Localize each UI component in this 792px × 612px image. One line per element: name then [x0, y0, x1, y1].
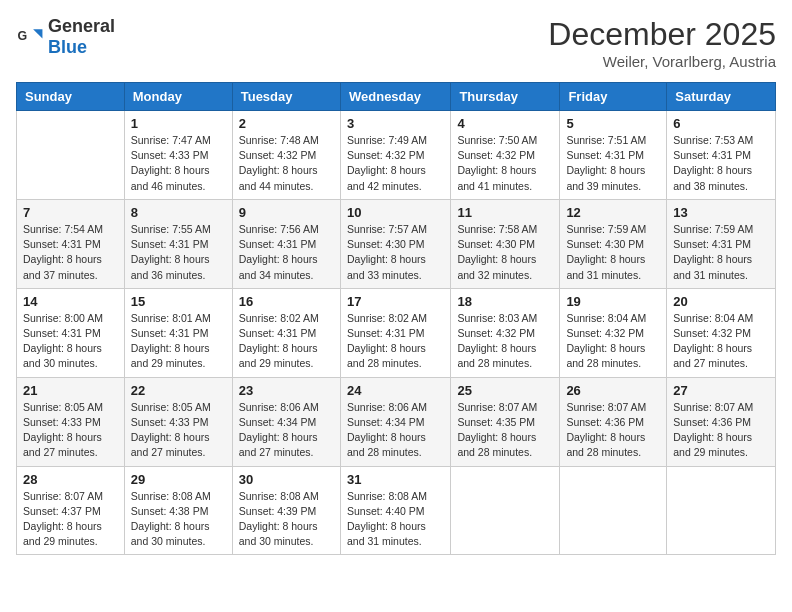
calendar-cell: [667, 466, 776, 555]
day-info: Sunrise: 8:07 AM Sunset: 4:36 PM Dayligh…: [566, 400, 660, 461]
header: G General Blue December 2025 Weiler, Vor…: [16, 16, 776, 70]
day-number: 24: [347, 383, 444, 398]
day-number: 2: [239, 116, 334, 131]
calendar-cell: 18Sunrise: 8:03 AM Sunset: 4:32 PM Dayli…: [451, 288, 560, 377]
calendar-cell: 8Sunrise: 7:55 AM Sunset: 4:31 PM Daylig…: [124, 199, 232, 288]
day-info: Sunrise: 8:08 AM Sunset: 4:39 PM Dayligh…: [239, 489, 334, 550]
day-info: Sunrise: 7:50 AM Sunset: 4:32 PM Dayligh…: [457, 133, 553, 194]
calendar-cell: 23Sunrise: 8:06 AM Sunset: 4:34 PM Dayli…: [232, 377, 340, 466]
day-number: 5: [566, 116, 660, 131]
calendar-cell: 21Sunrise: 8:05 AM Sunset: 4:33 PM Dayli…: [17, 377, 125, 466]
calendar-cell: [560, 466, 667, 555]
calendar-cell: 10Sunrise: 7:57 AM Sunset: 4:30 PM Dayli…: [340, 199, 450, 288]
day-info: Sunrise: 7:54 AM Sunset: 4:31 PM Dayligh…: [23, 222, 118, 283]
day-number: 11: [457, 205, 553, 220]
calendar-cell: 6Sunrise: 7:53 AM Sunset: 4:31 PM Daylig…: [667, 111, 776, 200]
day-of-week-header: Saturday: [667, 83, 776, 111]
day-number: 28: [23, 472, 118, 487]
day-of-week-header: Friday: [560, 83, 667, 111]
calendar-cell: 24Sunrise: 8:06 AM Sunset: 4:34 PM Dayli…: [340, 377, 450, 466]
calendar-body: 1Sunrise: 7:47 AM Sunset: 4:33 PM Daylig…: [17, 111, 776, 555]
day-number: 21: [23, 383, 118, 398]
day-info: Sunrise: 7:56 AM Sunset: 4:31 PM Dayligh…: [239, 222, 334, 283]
month-title: December 2025: [548, 16, 776, 53]
calendar-cell: 15Sunrise: 8:01 AM Sunset: 4:31 PM Dayli…: [124, 288, 232, 377]
day-info: Sunrise: 8:05 AM Sunset: 4:33 PM Dayligh…: [131, 400, 226, 461]
day-info: Sunrise: 7:53 AM Sunset: 4:31 PM Dayligh…: [673, 133, 769, 194]
day-info: Sunrise: 7:59 AM Sunset: 4:31 PM Dayligh…: [673, 222, 769, 283]
day-info: Sunrise: 8:06 AM Sunset: 4:34 PM Dayligh…: [347, 400, 444, 461]
day-number: 23: [239, 383, 334, 398]
day-number: 7: [23, 205, 118, 220]
day-info: Sunrise: 8:03 AM Sunset: 4:32 PM Dayligh…: [457, 311, 553, 372]
day-info: Sunrise: 8:08 AM Sunset: 4:38 PM Dayligh…: [131, 489, 226, 550]
day-number: 26: [566, 383, 660, 398]
day-number: 10: [347, 205, 444, 220]
calendar-cell: 26Sunrise: 8:07 AM Sunset: 4:36 PM Dayli…: [560, 377, 667, 466]
svg-text:G: G: [18, 29, 28, 43]
day-number: 19: [566, 294, 660, 309]
day-of-week-header: Monday: [124, 83, 232, 111]
day-number: 15: [131, 294, 226, 309]
day-number: 31: [347, 472, 444, 487]
calendar-cell: 30Sunrise: 8:08 AM Sunset: 4:39 PM Dayli…: [232, 466, 340, 555]
day-info: Sunrise: 8:02 AM Sunset: 4:31 PM Dayligh…: [239, 311, 334, 372]
location-title: Weiler, Vorarlberg, Austria: [548, 53, 776, 70]
day-number: 9: [239, 205, 334, 220]
day-info: Sunrise: 7:49 AM Sunset: 4:32 PM Dayligh…: [347, 133, 444, 194]
calendar-cell: 7Sunrise: 7:54 AM Sunset: 4:31 PM Daylig…: [17, 199, 125, 288]
day-info: Sunrise: 8:07 AM Sunset: 4:35 PM Dayligh…: [457, 400, 553, 461]
day-number: 4: [457, 116, 553, 131]
calendar-cell: 16Sunrise: 8:02 AM Sunset: 4:31 PM Dayli…: [232, 288, 340, 377]
calendar-header-row: SundayMondayTuesdayWednesdayThursdayFrid…: [17, 83, 776, 111]
day-number: 27: [673, 383, 769, 398]
svg-marker-1: [33, 29, 42, 38]
calendar-cell: 22Sunrise: 8:05 AM Sunset: 4:33 PM Dayli…: [124, 377, 232, 466]
day-of-week-header: Thursday: [451, 83, 560, 111]
calendar-cell: [451, 466, 560, 555]
day-info: Sunrise: 7:58 AM Sunset: 4:30 PM Dayligh…: [457, 222, 553, 283]
calendar-cell: 28Sunrise: 8:07 AM Sunset: 4:37 PM Dayli…: [17, 466, 125, 555]
calendar-week-row: 21Sunrise: 8:05 AM Sunset: 4:33 PM Dayli…: [17, 377, 776, 466]
calendar-cell: 25Sunrise: 8:07 AM Sunset: 4:35 PM Dayli…: [451, 377, 560, 466]
calendar-cell: 29Sunrise: 8:08 AM Sunset: 4:38 PM Dayli…: [124, 466, 232, 555]
calendar-cell: 3Sunrise: 7:49 AM Sunset: 4:32 PM Daylig…: [340, 111, 450, 200]
calendar-cell: 9Sunrise: 7:56 AM Sunset: 4:31 PM Daylig…: [232, 199, 340, 288]
logo-icon: G: [16, 23, 44, 51]
calendar-cell: 20Sunrise: 8:04 AM Sunset: 4:32 PM Dayli…: [667, 288, 776, 377]
logo-blue-text: Blue: [48, 37, 87, 57]
logo-general-text: General: [48, 16, 115, 36]
calendar-week-row: 28Sunrise: 8:07 AM Sunset: 4:37 PM Dayli…: [17, 466, 776, 555]
day-number: 30: [239, 472, 334, 487]
day-info: Sunrise: 8:01 AM Sunset: 4:31 PM Dayligh…: [131, 311, 226, 372]
calendar-cell: 11Sunrise: 7:58 AM Sunset: 4:30 PM Dayli…: [451, 199, 560, 288]
day-of-week-header: Sunday: [17, 83, 125, 111]
day-number: 17: [347, 294, 444, 309]
calendar-table: SundayMondayTuesdayWednesdayThursdayFrid…: [16, 82, 776, 555]
day-number: 18: [457, 294, 553, 309]
day-number: 14: [23, 294, 118, 309]
day-info: Sunrise: 8:05 AM Sunset: 4:33 PM Dayligh…: [23, 400, 118, 461]
day-info: Sunrise: 8:02 AM Sunset: 4:31 PM Dayligh…: [347, 311, 444, 372]
day-number: 8: [131, 205, 226, 220]
day-number: 20: [673, 294, 769, 309]
day-info: Sunrise: 7:47 AM Sunset: 4:33 PM Dayligh…: [131, 133, 226, 194]
day-info: Sunrise: 8:00 AM Sunset: 4:31 PM Dayligh…: [23, 311, 118, 372]
calendar-cell: 17Sunrise: 8:02 AM Sunset: 4:31 PM Dayli…: [340, 288, 450, 377]
calendar-cell: 31Sunrise: 8:08 AM Sunset: 4:40 PM Dayli…: [340, 466, 450, 555]
day-number: 29: [131, 472, 226, 487]
calendar-cell: 5Sunrise: 7:51 AM Sunset: 4:31 PM Daylig…: [560, 111, 667, 200]
day-of-week-header: Tuesday: [232, 83, 340, 111]
calendar-cell: 2Sunrise: 7:48 AM Sunset: 4:32 PM Daylig…: [232, 111, 340, 200]
day-info: Sunrise: 7:51 AM Sunset: 4:31 PM Dayligh…: [566, 133, 660, 194]
day-info: Sunrise: 8:07 AM Sunset: 4:37 PM Dayligh…: [23, 489, 118, 550]
calendar-week-row: 1Sunrise: 7:47 AM Sunset: 4:33 PM Daylig…: [17, 111, 776, 200]
day-info: Sunrise: 8:04 AM Sunset: 4:32 PM Dayligh…: [673, 311, 769, 372]
day-info: Sunrise: 7:57 AM Sunset: 4:30 PM Dayligh…: [347, 222, 444, 283]
day-info: Sunrise: 7:55 AM Sunset: 4:31 PM Dayligh…: [131, 222, 226, 283]
calendar-cell: 1Sunrise: 7:47 AM Sunset: 4:33 PM Daylig…: [124, 111, 232, 200]
day-number: 22: [131, 383, 226, 398]
calendar-week-row: 7Sunrise: 7:54 AM Sunset: 4:31 PM Daylig…: [17, 199, 776, 288]
day-number: 12: [566, 205, 660, 220]
calendar-cell: 4Sunrise: 7:50 AM Sunset: 4:32 PM Daylig…: [451, 111, 560, 200]
